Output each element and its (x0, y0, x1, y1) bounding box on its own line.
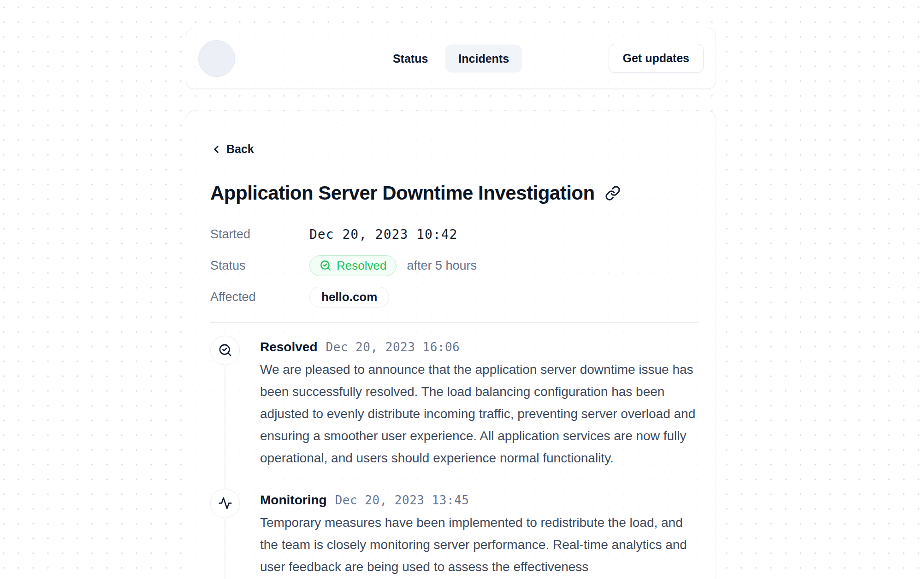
top-nav-card: Status Incidents Get updates (186, 28, 716, 89)
entry-message: We are pleased to announce that the appl… (260, 359, 699, 469)
chevron-left-icon (210, 143, 222, 155)
back-label: Back (226, 142, 254, 156)
company-logo-avatar[interactable] (198, 40, 235, 77)
search-check-icon (210, 336, 240, 365)
timeline-entry-monitoring: Monitoring Dec 20, 2023 13:45 Temporary … (210, 489, 699, 578)
field-row-status: Status Resolved after 5 hours (210, 255, 699, 276)
tab-status[interactable]: Status (380, 44, 441, 72)
timeline-entry-body: Resolved Dec 20, 2023 16:06 We are pleas… (260, 336, 699, 469)
entry-status-label: Resolved (260, 340, 318, 354)
status-badge-label: Resolved (337, 259, 386, 273)
entry-timestamp: Dec 20, 2023 16:06 (326, 340, 460, 354)
affected-component-chip: hello.com (309, 287, 389, 307)
tab-incidents[interactable]: Incidents (445, 44, 522, 72)
status-page: Status Incidents Get updates Back Applic… (186, 28, 716, 579)
field-row-affected: Affected hello.com (210, 287, 699, 307)
timeline-entry-resolved: Resolved Dec 20, 2023 16:06 We are pleas… (210, 336, 699, 469)
timeline-entry-body: Monitoring Dec 20, 2023 13:45 Temporary … (260, 489, 699, 578)
get-updates-button[interactable]: Get updates (609, 44, 704, 73)
title-row: Application Server Downtime Investigatio… (210, 182, 699, 204)
status-label: Status (210, 259, 309, 273)
timeline-entry-head: Monitoring Dec 20, 2023 13:45 (260, 493, 699, 508)
incident-detail-card: Back Application Server Downtime Investi… (186, 111, 716, 579)
status-badge: Resolved (309, 255, 397, 276)
section-divider (210, 322, 699, 323)
entry-message: Temporary measures have been implemented… (260, 512, 699, 578)
entry-timestamp: Dec 20, 2023 13:45 (335, 493, 469, 507)
affected-label: Affected (210, 290, 309, 304)
search-check-icon (320, 260, 332, 272)
nav-tabs: Status Incidents (380, 44, 522, 72)
status-duration-text: after 5 hours (407, 259, 477, 273)
started-label: Started (210, 227, 309, 242)
field-row-started: Started Dec 20, 2023 10:42 (210, 225, 699, 245)
timeline-entry-head: Resolved Dec 20, 2023 16:06 (260, 340, 699, 354)
back-button[interactable]: Back (210, 142, 254, 156)
incident-meta-fields: Started Dec 20, 2023 10:42 Status Resolv… (210, 225, 699, 307)
activity-pulse-icon (210, 489, 240, 518)
started-value: Dec 20, 2023 10:42 (309, 227, 457, 242)
incident-title: Application Server Downtime Investigatio… (210, 182, 595, 204)
permalink-icon[interactable] (605, 185, 621, 201)
incident-timeline: Resolved Dec 20, 2023 16:06 We are pleas… (210, 336, 699, 578)
entry-status-label: Monitoring (260, 493, 327, 508)
